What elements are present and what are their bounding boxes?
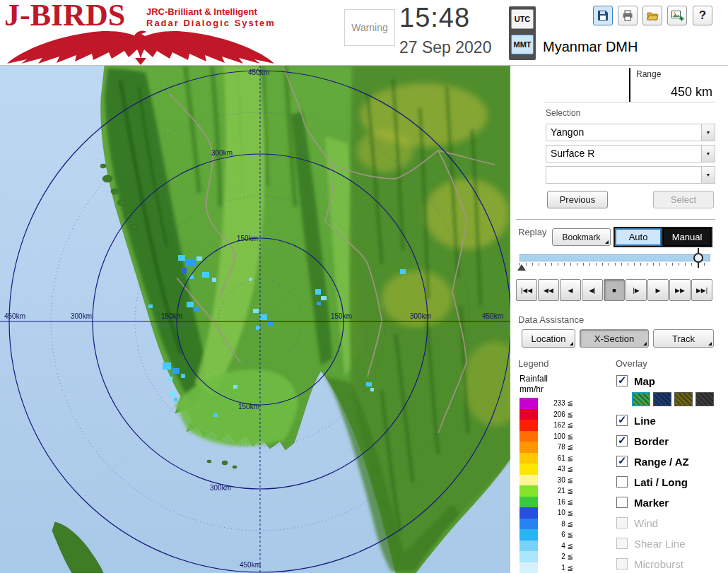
chevron-down-icon[interactable]: ▼ — [701, 124, 715, 141]
overlay-item-label: Wind — [634, 517, 658, 529]
legend-threshold: 10 ≦ — [538, 509, 573, 516]
x-section-button[interactable]: X-Section — [580, 329, 649, 348]
timeline-thumb[interactable] — [693, 253, 703, 263]
playback-skip-to-start-button[interactable]: |◀◀ — [516, 279, 537, 301]
playback-play-button[interactable]: ▶ — [647, 279, 669, 301]
track-button[interactable]: Track — [653, 329, 714, 348]
select-button[interactable]: Select — [653, 191, 714, 208]
save-button[interactable] — [593, 6, 613, 25]
playback-fast-rewind-button[interactable]: ◀◀ — [538, 279, 559, 301]
clock-time: 15:48 — [399, 3, 470, 33]
chevron-down-icon[interactable]: ▼ — [701, 146, 715, 162]
replay-timeline-track[interactable] — [519, 254, 710, 261]
legend-color-swatch — [519, 420, 538, 431]
playback-play-reverse-button[interactable]: ◀ — [560, 279, 581, 301]
playback-fast-forward-button[interactable]: ▶▶ — [669, 279, 691, 301]
printer-icon — [621, 9, 634, 22]
map-checkbox[interactable]: ✓ — [616, 375, 628, 386]
logo-subtitle-1: JRC-Brilliant & Intelligent — [146, 6, 257, 17]
legend-threshold: 30 ≦ — [538, 476, 573, 484]
overlay-item-microburst: Microburst — [616, 557, 683, 571]
manual-mode-button[interactable]: Manual — [663, 228, 711, 246]
check-icon: ✓ — [618, 374, 627, 386]
legend-color-swatch — [519, 519, 538, 530]
check-icon: ✓ — [618, 413, 627, 426]
legend-unit: mm/hr — [519, 384, 544, 394]
mmt-button[interactable]: MMT — [511, 35, 534, 54]
legend-row: 8 ≦ — [519, 519, 573, 530]
legend-threshold: 8 ≦ — [538, 520, 573, 528]
overlay-item-label: Border — [634, 435, 669, 447]
legend-threshold: 16 ≦ — [538, 498, 573, 506]
legend-color-swatch — [519, 453, 538, 464]
ring-label: 300km — [210, 484, 231, 492]
utc-button[interactable]: UTC — [511, 9, 534, 29]
shear-line-checkbox — [616, 538, 628, 549]
replay-timeline-ticks — [519, 263, 710, 266]
overlay-item-map: ✓Map — [616, 374, 655, 388]
timeline-start-marker — [517, 264, 526, 271]
export-image-button[interactable] — [667, 6, 687, 25]
overlay-item-label: Marker — [634, 497, 669, 509]
map-style-swatch-1[interactable] — [632, 392, 650, 406]
warning-label: Warning — [351, 22, 388, 33]
overlay-item-label: Range / AZ — [634, 456, 689, 468]
range-label: Range — [636, 69, 661, 79]
playback-stop-button[interactable]: ■ — [604, 279, 625, 301]
folder-icon — [646, 9, 659, 22]
ring-label: 300km — [71, 312, 92, 320]
auto-mode-button[interactable]: Auto — [615, 228, 662, 246]
legend-row: 21 ≦ — [519, 485, 573, 497]
extra-dropdown[interactable]: ▼ — [546, 166, 715, 184]
playback-step-forward-button[interactable]: |▶ — [626, 279, 647, 301]
open-folder-button[interactable] — [642, 6, 662, 25]
legend-threshold: 1 ≦ — [538, 564, 573, 572]
legend-row: 78 ≦ — [519, 442, 573, 453]
legend-color-swatch — [519, 540, 538, 552]
legend-row: 16 ≦ — [519, 497, 573, 508]
ring-label: 300km — [410, 312, 431, 320]
legend-row: 4 ≦ — [519, 540, 573, 552]
range-az-checkbox[interactable]: ✓ — [616, 456, 628, 467]
legend-threshold: 21 ≦ — [538, 487, 573, 495]
help-button[interactable]: ? — [693, 6, 712, 25]
site-dropdown[interactable]: Yangon ▼ — [546, 124, 715, 141]
legend-color-swatch — [519, 562, 538, 573]
legend-row: 10 ≦ — [519, 507, 573, 519]
overlay-item-label: Microburst — [634, 558, 683, 570]
legend-threshold: 43 ≦ — [538, 465, 573, 473]
warning-indicator: Warning — [344, 9, 395, 46]
border-checkbox[interactable]: ✓ — [616, 435, 628, 447]
line-checkbox[interactable]: ✓ — [616, 415, 628, 426]
legend-row: 43 ≦ — [519, 463, 573, 475]
ring-label: 150km — [161, 312, 182, 320]
legend-label: Legend — [518, 358, 548, 369]
playback-skip-to-end-button[interactable]: ▶▶| — [691, 279, 712, 301]
legend-color-swatch — [519, 497, 538, 508]
legend-color-swatch — [519, 507, 538, 519]
bookmark-button[interactable]: Bookmark — [552, 228, 611, 246]
legend-threshold: 233 ≦ — [538, 399, 573, 407]
legend-color-swatch — [519, 442, 538, 453]
radar-map[interactable]: 450km 300km 150km 150km 300km 450km 450k… — [0, 66, 510, 573]
microburst-checkbox — [616, 558, 628, 569]
map-style-swatch-2[interactable] — [653, 392, 671, 406]
legend-threshold: 206 ≦ — [538, 410, 573, 418]
map-style-swatches — [632, 392, 714, 406]
print-button[interactable] — [618, 6, 638, 25]
chevron-down-icon[interactable]: ▼ — [701, 167, 715, 183]
marker-checkbox[interactable] — [616, 497, 628, 508]
overlay-item-marker: Marker — [616, 495, 669, 509]
location-button[interactable]: Location — [522, 329, 575, 348]
map-style-swatch-4[interactable] — [695, 392, 714, 406]
map-style-swatch-3[interactable] — [674, 392, 693, 406]
legend-threshold: 100 ≦ — [538, 432, 573, 440]
lati-long-checkbox[interactable] — [616, 476, 628, 488]
jbirds-application: J-BIRDS JRC-Brilliant & Intelligent Rada… — [0, 0, 728, 573]
selection-label: Selection — [546, 108, 580, 118]
playback-step-back-button[interactable]: ◀| — [582, 279, 603, 301]
legend-row: 1 ≦ — [519, 562, 573, 573]
legend-threshold: 78 ≦ — [538, 443, 573, 451]
previous-button[interactable]: Previous — [547, 191, 608, 208]
product-dropdown[interactable]: Surface R ▼ — [546, 145, 715, 163]
